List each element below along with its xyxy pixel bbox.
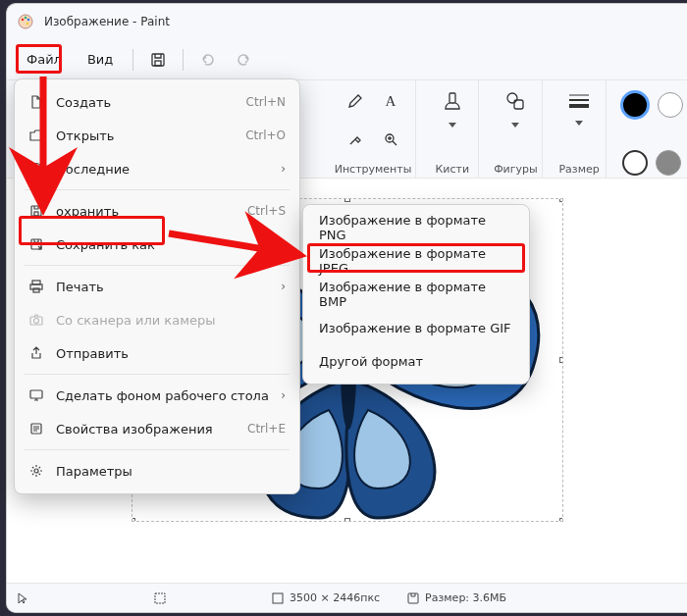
menu-separator: [25, 374, 290, 375]
submenu-item-gif[interactable]: Изображение в формате GIF: [303, 311, 529, 344]
titlebar: Изображение - Paint: [7, 4, 687, 39]
ribbon-group-shapes: Фигуры: [489, 80, 543, 178]
menu-item-new[interactable]: Создать Ctrl+N: [15, 85, 299, 119]
ribbon-label-tools: Инструменты: [335, 163, 412, 176]
resize-handle[interactable]: [559, 518, 563, 522]
color-background[interactable]: [622, 150, 648, 176]
ribbon-group-size: Размер: [553, 80, 606, 178]
selection-icon: [154, 592, 166, 604]
clock-icon: [28, 161, 44, 177]
menubar: Файл Вид: [7, 39, 687, 80]
color-swatch[interactable]: [658, 92, 683, 118]
svg-point-3: [27, 19, 30, 22]
zoom-icon[interactable]: [376, 125, 405, 154]
paint-app-icon: [17, 13, 34, 30]
chevron-right-icon: ›: [281, 162, 286, 176]
text-icon[interactable]: A: [376, 86, 405, 116]
chevron-right-icon: ›: [281, 388, 286, 402]
svg-rect-19: [31, 206, 41, 216]
redo-icon[interactable]: [227, 45, 260, 75]
pencil-icon[interactable]: [341, 86, 370, 116]
menu-divider: [132, 49, 133, 71]
menu-item-scanner: Со сканера или камеры: [15, 303, 299, 336]
svg-rect-20: [34, 212, 38, 216]
svg-rect-22: [32, 281, 40, 284]
desktop-icon: [28, 387, 44, 403]
resize-handle[interactable]: [132, 518, 135, 522]
sb-dimensions-text: 3500 × 2446пкс: [290, 591, 380, 604]
chevron-down-icon: [575, 114, 583, 128]
sb-filesize: Размер: 3.6МБ: [407, 591, 506, 604]
menu-item-save-as[interactable]: Сохранить как ›: [15, 228, 299, 261]
ribbon-group-colors: [616, 80, 687, 178]
gear-icon: [28, 463, 44, 479]
sb-filesize-text: Размер: 3.6МБ: [425, 591, 506, 604]
chevron-down-icon: [511, 116, 519, 130]
svg-point-29: [34, 469, 38, 473]
save-icon: [28, 203, 44, 219]
menu-item-send[interactable]: Отправить: [15, 336, 299, 370]
svg-point-1: [22, 19, 25, 22]
ribbon-label-size: Размер: [558, 163, 599, 176]
cursor-tool-icon: [17, 592, 28, 604]
svg-point-2: [25, 17, 27, 20]
svg-rect-8: [449, 93, 455, 103]
color-swatch[interactable]: [656, 150, 681, 176]
menu-file[interactable]: Файл: [15, 46, 74, 73]
menu-item-wallpaper[interactable]: Сделать фоном рабочего стола ›: [15, 379, 299, 412]
resize-handle[interactable]: [559, 198, 563, 202]
svg-rect-15: [155, 593, 165, 603]
submenu-item-other[interactable]: Другой формат: [303, 344, 529, 378]
menu-view[interactable]: Вид: [76, 46, 125, 73]
svg-rect-27: [30, 390, 42, 398]
svg-point-4: [26, 23, 29, 26]
menu-item-settings[interactable]: Параметры: [15, 454, 299, 488]
menu-item-open[interactable]: Открыть Ctrl+O: [15, 119, 299, 152]
submenu-item-jpeg[interactable]: Изображение в формате JPEG: [303, 244, 529, 278]
save-as-submenu: Изображение в формате PNG Изображение в …: [302, 204, 530, 385]
menu-item-properties[interactable]: Свойства изображения Ctrl+E: [15, 412, 299, 445]
statusbar: 3500 × 2446пкс Размер: 3.6МБ: [7, 583, 687, 612]
menu-separator: [25, 189, 290, 190]
file-menu-dropdown: Создать Ctrl+N Открыть Ctrl+O Последние …: [14, 78, 300, 494]
svg-rect-17: [408, 593, 418, 603]
shapes-dropdown[interactable]: [494, 86, 537, 133]
chevron-down-icon: [449, 116, 456, 130]
brush-dropdown[interactable]: [431, 86, 474, 133]
svg-point-26: [34, 319, 39, 324]
save-icon[interactable]: [141, 45, 175, 75]
size-dropdown[interactable]: [557, 86, 601, 133]
chevron-right-icon: ›: [281, 237, 286, 251]
chevron-right-icon: ›: [281, 280, 286, 293]
menu-separator: [25, 449, 290, 450]
svg-rect-5: [152, 54, 164, 66]
resize-handle[interactable]: [344, 198, 350, 202]
menu-separator: [25, 265, 290, 266]
camera-icon: [28, 312, 44, 328]
eyedropper-icon[interactable]: [341, 125, 370, 154]
sb-dimensions: 3500 × 2446пкс: [272, 591, 380, 604]
folder-open-icon: [28, 128, 44, 143]
resize-handle[interactable]: [559, 357, 563, 363]
menu-item-save[interactable]: охранить Ctrl+S: [15, 194, 299, 228]
resize-handle[interactable]: [344, 518, 350, 522]
svg-rect-16: [273, 593, 283, 603]
svg-point-9: [507, 93, 517, 103]
window-title: Изображение - Paint: [44, 15, 170, 28]
menu-item-recent[interactable]: Последние ›: [15, 152, 299, 185]
ribbon-label-brushes: Кисти: [435, 163, 469, 176]
ribbon-label-shapes: Фигуры: [494, 163, 538, 176]
print-icon: [28, 279, 44, 294]
ribbon-group-tools: A Инструменты: [331, 80, 416, 178]
ribbon-group-brushes: Кисти: [426, 80, 479, 178]
menu-item-print[interactable]: Печать ›: [15, 270, 299, 303]
submenu-item-bmp[interactable]: Изображение в формате BMP: [303, 278, 529, 311]
properties-icon: [28, 421, 44, 436]
submenu-item-png[interactable]: Изображение в формате PNG: [303, 211, 529, 244]
undo-icon[interactable]: [191, 45, 225, 75]
new-file-icon: [28, 94, 44, 110]
save-as-icon: [28, 236, 44, 252]
svg-rect-6: [155, 61, 161, 66]
color-foreground[interactable]: [620, 90, 650, 120]
menu-divider: [183, 49, 184, 71]
